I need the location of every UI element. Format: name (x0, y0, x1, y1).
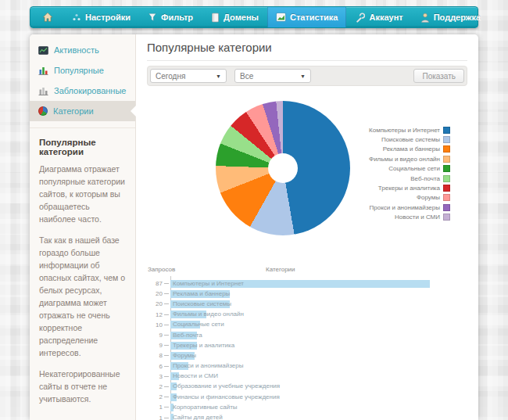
legend-item: Форумы (369, 193, 450, 203)
nav-tab-statistics[interactable]: Статистика (267, 7, 347, 27)
legend-item: Поисковые системы (369, 135, 450, 144)
sidebar-item-label: Заблокированные (54, 86, 126, 95)
bar-value: 8 (147, 352, 163, 359)
bar-label: Компьютеры и Интернет (173, 280, 244, 288)
sidebar-item-label: Популярные (54, 66, 104, 75)
bar-value: 2 (147, 383, 163, 390)
sidebar-info-paragraph: Так как в нашей базе гораздо больше инфо… (39, 234, 126, 359)
legend-swatch (443, 204, 450, 211)
nav-tab-label: Поддержка (434, 13, 481, 22)
book-icon (210, 13, 220, 23)
bar-label: Поисковые системы (173, 300, 231, 308)
content-panel: Активность Популярные Заблокированные Ка… (30, 34, 478, 420)
bar-chart-headers: Запросов Категории (147, 264, 467, 276)
pie-hole (268, 153, 298, 183)
bar-value: 9 (147, 332, 163, 339)
sidebar-item-label: Активность (54, 45, 99, 55)
home-button[interactable] (30, 7, 63, 27)
axis-tick (164, 355, 169, 356)
bar-value: 3 (147, 373, 163, 380)
bar-chart: Запросов Категории 87Компьютеры и Интерн… (147, 264, 467, 420)
axis-tick (164, 335, 169, 336)
main-content: Популярные категории Сегодня ▼ Все ▼ Пок… (136, 34, 478, 420)
legend-label: Реклама и баннеры (383, 145, 440, 153)
sidebar-item-categories[interactable]: Категории (30, 101, 135, 121)
bar-row: 10Социальные сети (147, 320, 467, 330)
legend-swatch (443, 185, 450, 192)
legend-label: Поисковые системы (381, 136, 440, 143)
bar-label: Новости и СМИ (173, 372, 218, 380)
dots-grid-icon (72, 13, 81, 22)
bar-row: 6Прокси и анонимайзеры (147, 361, 467, 372)
sidebar-item-popular[interactable]: Популярные (30, 60, 135, 81)
bar-row: 9Веб-почта (147, 330, 467, 340)
sidebar-item-activity[interactable]: Активность (30, 40, 135, 60)
legend-item: Социальные сети (369, 164, 450, 174)
sidebar-info-paragraph: Диаграмма отражает популярные категории … (39, 163, 126, 225)
legend-item: Фильмы и видео онлайн (369, 154, 450, 163)
legend-item: Новости и СМИ (369, 213, 450, 222)
bar-value: 12 (147, 311, 163, 318)
nav-tab-settings[interactable]: Настройки (63, 7, 139, 27)
nav-tab-domains[interactable]: Домены (202, 7, 267, 27)
legend-item: Веб-почта (369, 174, 450, 183)
legend-label: Прокси и анонимайзеры (370, 204, 440, 211)
bar-value: 1 (147, 415, 163, 420)
gray-bars-icon (38, 87, 48, 95)
bar-row: 2Финансы и финансовые учреждения (147, 392, 467, 402)
bar-label: Образование и учебные учреждения (173, 382, 280, 390)
bar-row: 1Корпоративные сайты (147, 402, 467, 412)
bar-label: Реклама и баннеры (173, 290, 230, 298)
category-select-value: Все (240, 72, 253, 81)
axis-tick (164, 407, 169, 407)
sidebar-item-blocked[interactable]: Заблокированные (30, 81, 135, 101)
bar-value: 20 (147, 300, 163, 307)
axis-tick (164, 376, 169, 377)
pie-chart (216, 101, 350, 235)
nav-tab-label: Статистика (290, 13, 338, 22)
axis-tick (164, 386, 169, 387)
bar-row: 2Образование и учебные учреждения (147, 382, 467, 392)
bar-label: Прокси и анонимайзеры (173, 362, 243, 370)
bar-row: 12Фильмы и видео онлайн (147, 310, 467, 320)
legend-label: Социальные сети (388, 165, 440, 172)
legend-swatch (443, 145, 450, 153)
axis-tick (164, 293, 169, 294)
bar-value: 20 (147, 290, 163, 297)
sidebar-menu: Активность Популярные Заблокированные Ка… (30, 34, 135, 121)
nav-tab-label: Аккаунт (369, 13, 402, 22)
nav-tab-support[interactable]: Поддержка (412, 7, 490, 27)
chevron-down-icon: ▼ (300, 74, 306, 79)
nav-tab-filter[interactable]: Фильтр (139, 7, 202, 27)
legend-swatch (443, 156, 450, 163)
sidebar-info-paragraph: Некатегорированные сайты в отчете не учи… (39, 368, 126, 405)
period-select[interactable]: Сегодня ▼ (150, 69, 227, 83)
bar-row: 8Форумы (147, 350, 467, 361)
home-icon (42, 12, 53, 23)
legend-swatch (443, 136, 450, 143)
pie-legend: Компьютеры и Интернет Поисковые системы … (369, 125, 450, 222)
axis-tick (164, 397, 169, 397)
wrench-icon (355, 13, 365, 23)
bar-axis-title-queries: Запросов (148, 266, 175, 273)
period-select-value: Сегодня (156, 72, 185, 81)
nav-tab-label: Фильтр (161, 13, 193, 22)
show-button[interactable]: Показать (413, 69, 464, 83)
bar-value: 10 (147, 321, 163, 328)
top-nav: Настройки Фильтр Домены Статистика Аккау… (30, 6, 478, 28)
bar-value: 87 (147, 280, 163, 287)
nav-tab-label: Настройки (85, 13, 131, 22)
pie-chart-area: Компьютеры и Интернет Поисковые системы … (147, 86, 467, 261)
bar-value: 9 (147, 342, 163, 349)
nav-tab-account[interactable]: Аккаунт (346, 7, 411, 27)
selected-item-notch (131, 106, 136, 117)
legend-label: Трекеры и аналитика (378, 185, 440, 192)
category-select[interactable]: Все ▼ (234, 69, 311, 83)
bar-row: 20Поисковые системы (147, 299, 467, 309)
legend-label: Новости и СМИ (395, 214, 440, 221)
legend-swatch (443, 165, 450, 172)
bar-label: Социальные сети (173, 321, 224, 328)
sidebar: Активность Популярные Заблокированные Ка… (30, 34, 136, 420)
bar-row: 20Реклама и баннеры (147, 289, 467, 299)
legend-swatch (443, 175, 450, 182)
